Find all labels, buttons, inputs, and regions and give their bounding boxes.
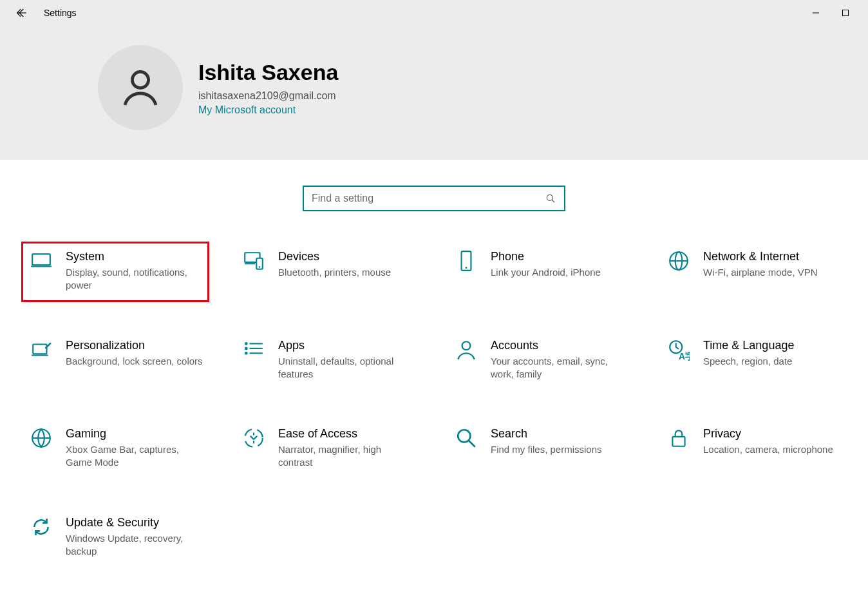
- category-accounts[interactable]: AccountsYour accounts, email, sync, work…: [447, 331, 634, 390]
- category-devices[interactable]: DevicesBluetooth, printers, mouse: [234, 242, 421, 301]
- svg-point-2: [132, 72, 148, 88]
- svg-point-3: [547, 195, 552, 200]
- search-icon: [545, 193, 556, 204]
- svg-rect-1: [843, 10, 849, 16]
- ease-icon: [241, 427, 267, 470]
- update-icon: [28, 516, 54, 559]
- tile-description: Narrator, magnifier, high contrast: [278, 443, 416, 470]
- search-area: [0, 160, 868, 242]
- tile-title: Update & Security: [66, 516, 203, 530]
- user-email: ishitasaxena2109@gmail.com: [198, 90, 338, 102]
- arrow-left-icon: [15, 6, 28, 19]
- category-phone[interactable]: PhoneLink your Android, iPhone: [447, 242, 634, 301]
- tile-title: Network & Internet: [703, 250, 818, 263]
- tile-description: Windows Update, recovery, backup: [66, 532, 203, 559]
- tile-title: Time & Language: [703, 339, 794, 352]
- settings-grid: SystemDisplay, sound, notifications, pow…: [0, 242, 868, 567]
- tile-title: Phone: [491, 250, 601, 263]
- tile-text: SystemDisplay, sound, notifications, pow…: [66, 250, 203, 292]
- tile-description: Xbox Game Bar, captures, Game Mode: [66, 443, 203, 470]
- category-apps[interactable]: AppsUninstall, defaults, optional featur…: [234, 331, 421, 390]
- category-search[interactable]: SearchFind my files, permissions: [447, 419, 634, 479]
- category-personalization[interactable]: PersonalizationBackground, lock screen, …: [22, 331, 209, 390]
- category-gaming[interactable]: GamingXbox Game Bar, captures, Game Mode: [22, 419, 209, 479]
- minimize-button[interactable]: [801, 0, 831, 26]
- back-button[interactable]: [8, 0, 36, 26]
- maximize-button[interactable]: [831, 0, 860, 26]
- tile-description: Bluetooth, printers, mouse: [278, 266, 391, 279]
- search-box[interactable]: [303, 186, 565, 211]
- user-display-name: Ishita Saxena: [198, 60, 338, 85]
- titlebar: Settings: [0, 0, 868, 26]
- lock-icon: [666, 427, 692, 470]
- category-network[interactable]: Network & InternetWi-Fi, airplane mode, …: [659, 242, 846, 301]
- category-ease-of-access[interactable]: Ease of AccessNarrator, magnifier, high …: [234, 419, 421, 479]
- avatar: [98, 45, 183, 130]
- tile-title: Apps: [278, 339, 416, 352]
- category-privacy[interactable]: PrivacyLocation, camera, microphone: [659, 419, 846, 479]
- tile-text: Time & LanguageSpeech, region, date: [703, 339, 794, 381]
- tile-description: Uninstall, defaults, optional features: [278, 355, 416, 381]
- tile-title: Gaming: [66, 427, 203, 441]
- tile-text: PhoneLink your Android, iPhone: [491, 250, 601, 292]
- category-update-security[interactable]: Update & SecurityWindows Update, recover…: [22, 508, 209, 568]
- tile-title: Personalization: [66, 339, 203, 352]
- tile-text: Update & SecurityWindows Update, recover…: [66, 516, 203, 559]
- tile-title: System: [66, 250, 203, 263]
- monitor-icon: [28, 250, 54, 292]
- tile-text: DevicesBluetooth, printers, mouse: [278, 250, 391, 292]
- tile-text: AppsUninstall, defaults, optional featur…: [278, 339, 416, 381]
- tile-description: Speech, region, date: [703, 355, 794, 368]
- tile-text: Ease of AccessNarrator, magnifier, high …: [278, 427, 416, 470]
- tile-description: Display, sound, notifications, power: [66, 266, 203, 292]
- tile-text: PrivacyLocation, camera, microphone: [703, 427, 833, 470]
- search-icon: [453, 427, 479, 470]
- window-title: Settings: [44, 8, 77, 18]
- tile-text: SearchFind my files, permissions: [491, 427, 602, 470]
- phone-icon: [453, 250, 479, 292]
- maximize-icon: [842, 9, 849, 17]
- apps-icon: [241, 339, 267, 381]
- tile-description: Location, camera, microphone: [703, 443, 833, 456]
- tile-text: AccountsYour accounts, email, sync, work…: [491, 339, 628, 381]
- category-time-language[interactable]: Time & LanguageSpeech, region, date: [659, 331, 846, 390]
- brush-icon: [28, 339, 54, 381]
- gaming-icon: [28, 427, 54, 470]
- svg-line-4: [552, 200, 554, 202]
- tile-description: Find my files, permissions: [491, 443, 602, 456]
- tile-title: Ease of Access: [278, 427, 416, 441]
- tile-description: Link your Android, iPhone: [491, 266, 601, 279]
- person-icon: [453, 339, 479, 381]
- tile-title: Search: [491, 427, 602, 441]
- devices-icon: [241, 250, 267, 292]
- tile-title: Accounts: [491, 339, 628, 352]
- timelang-icon: [666, 339, 692, 381]
- microsoft-account-link[interactable]: My Microsoft account: [198, 104, 338, 116]
- globe-icon: [666, 250, 692, 292]
- tile-text: GamingXbox Game Bar, captures, Game Mode: [66, 427, 203, 470]
- tile-text: PersonalizationBackground, lock screen, …: [66, 339, 203, 381]
- tile-description: Your accounts, email, sync, work, family: [491, 355, 628, 381]
- user-info: Ishita Saxena ishitasaxena2109@gmail.com…: [198, 60, 338, 116]
- minimize-icon: [812, 9, 820, 17]
- user-hero: Ishita Saxena ishitasaxena2109@gmail.com…: [0, 26, 868, 160]
- tile-description: Background, lock screen, colors: [66, 355, 203, 368]
- tile-description: Wi-Fi, airplane mode, VPN: [703, 266, 818, 279]
- person-icon: [117, 64, 164, 111]
- category-system[interactable]: SystemDisplay, sound, notifications, pow…: [22, 242, 209, 301]
- tile-title: Devices: [278, 250, 391, 263]
- tile-title: Privacy: [703, 427, 833, 441]
- tile-text: Network & InternetWi-Fi, airplane mode, …: [703, 250, 818, 292]
- search-input[interactable]: [312, 193, 545, 204]
